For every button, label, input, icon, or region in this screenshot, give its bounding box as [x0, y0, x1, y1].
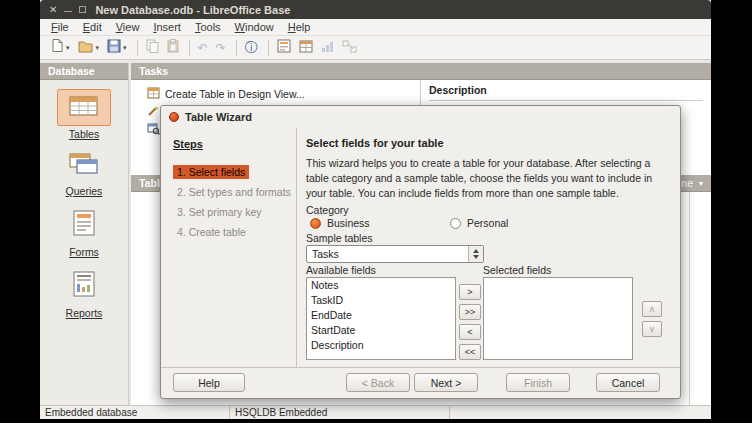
toolbar-separator	[268, 40, 269, 56]
sort-ascending-icon	[321, 39, 334, 57]
dialog-footer: Help < Back Next > Finish Cancel	[161, 367, 680, 398]
redo-button[interactable]: ↷	[213, 40, 229, 56]
sidebar-item-reports[interactable]: Reports	[60, 267, 108, 319]
sidebar-header: Database	[40, 63, 128, 80]
sort-ascending-button[interactable]	[318, 37, 337, 59]
sidebar-item-label: Queries	[66, 185, 103, 197]
page-title: Select fields for your table	[306, 137, 444, 149]
available-fields-list[interactable]: Notes TaskID EndDate StartDate Descripti…	[306, 277, 456, 360]
statusbar-database-type: Embedded database	[40, 406, 230, 419]
description-header: Description	[429, 84, 703, 101]
table-wizard-dialog: Table Wizard Steps 1. Select fields 2. S…	[160, 105, 681, 399]
tasks-header: Tasks	[131, 63, 711, 80]
paste-button[interactable]	[164, 37, 182, 59]
radio-business[interactable]: Business	[310, 217, 370, 229]
base-main-window: ✕ New Database.odb - LibreOffice Base Fi…	[40, 0, 711, 419]
new-document-icon	[50, 38, 64, 57]
minimize-icon[interactable]	[64, 8, 72, 12]
table-grid-button[interactable]	[296, 37, 316, 59]
list-item[interactable]: TaskID	[307, 293, 455, 308]
task-label: Create Table in Design View...	[165, 88, 305, 100]
open-folder-icon	[78, 39, 94, 57]
relationships-icon	[342, 39, 357, 57]
move-right-button[interactable]: >	[459, 284, 481, 300]
sample-tables-combobox[interactable]: Tasks	[306, 245, 484, 263]
paste-icon	[167, 39, 179, 57]
toolbar-separator	[137, 40, 138, 56]
sidebar-item-label: Reports	[66, 307, 103, 319]
database-sidebar: Database Tables Queries Forms	[40, 63, 129, 405]
save-button[interactable]: ▾	[104, 37, 130, 59]
radio-personal-label: Personal	[467, 217, 508, 229]
about-button[interactable]: ⓘ	[242, 39, 261, 56]
statusbar-database-type-label: Embedded database	[45, 407, 137, 418]
back-button[interactable]: < Back	[346, 373, 410, 392]
save-icon	[107, 39, 121, 57]
selected-fields-list[interactable]	[483, 277, 633, 360]
statusbar-spacer	[450, 406, 711, 419]
step-set-primary-key[interactable]: 3. Set primary key	[173, 205, 266, 219]
statusbar: Embedded database HSQLDB Embedded	[40, 405, 711, 419]
redo-icon: ↷	[216, 42, 226, 54]
menu-help[interactable]: Help	[281, 20, 318, 34]
radio-personal[interactable]: Personal	[450, 217, 508, 229]
sidebar-item-tables[interactable]: Tables	[57, 89, 111, 140]
open-button[interactable]: ▾	[75, 37, 103, 59]
move-left-button[interactable]: <	[459, 324, 481, 340]
step-set-types[interactable]: 2. Set types and formats	[173, 185, 295, 199]
forms-icon	[60, 206, 108, 244]
radio-business-label: Business	[327, 217, 370, 229]
titlebar: ✕ New Database.odb - LibreOffice Base	[40, 0, 711, 19]
move-all-left-button[interactable]: <<	[459, 344, 481, 360]
undo-button[interactable]: ↶	[195, 40, 211, 56]
move-down-button[interactable]: ∨	[642, 321, 662, 337]
menu-view[interactable]: View	[109, 20, 147, 34]
list-item[interactable]: EndDate	[307, 308, 455, 323]
dialog-titlebar[interactable]: Table Wizard	[161, 106, 680, 128]
sidebar-item-forms[interactable]: Forms	[60, 206, 108, 258]
close-icon[interactable]: ✕	[49, 5, 57, 15]
menu-insert[interactable]: Insert	[146, 20, 188, 34]
new-document-button[interactable]: ▾	[47, 36, 73, 59]
statusbar-engine-label: HSQLDB Embedded	[235, 407, 327, 418]
queries-icon	[57, 149, 111, 183]
step-select-fields[interactable]: 1. Select fields	[173, 165, 249, 179]
relationships-button[interactable]	[339, 37, 360, 59]
menu-tools[interactable]: Tools	[188, 20, 228, 34]
sidebar-item-label: Tables	[69, 128, 99, 140]
tables-icon	[57, 89, 111, 126]
help-button[interactable]: Help	[173, 373, 245, 392]
menubar: File Edit View Insert Tools Window Help	[40, 19, 711, 36]
sample-tables-label: Sample tables	[306, 232, 373, 244]
sidebar-item-queries[interactable]: Queries	[57, 149, 111, 197]
menu-file[interactable]: File	[44, 20, 76, 34]
next-button[interactable]: Next >	[414, 373, 478, 392]
task-create-table-design-view[interactable]: Create Table in Design View...	[145, 86, 420, 102]
cancel-button[interactable]: Cancel	[596, 373, 660, 392]
maximize-icon[interactable]	[79, 6, 86, 13]
menu-window[interactable]: Window	[228, 20, 281, 34]
chevron-down-icon: ▾	[66, 44, 70, 52]
step-create-table[interactable]: 4. Create table	[173, 225, 250, 239]
sidebar-item-label: Forms	[69, 246, 99, 258]
finish-button[interactable]: Finish	[506, 373, 570, 392]
toolbar-separator	[189, 40, 190, 56]
combobox-spinner-icon[interactable]	[468, 246, 483, 262]
move-up-button[interactable]: ∧	[642, 301, 662, 317]
steps-pane: Steps 1. Select fields 2. Set types and …	[161, 128, 297, 367]
menu-edit[interactable]: Edit	[76, 20, 109, 34]
category-label: Category	[306, 204, 349, 216]
move-all-right-button[interactable]: >>	[459, 304, 481, 320]
list-item[interactable]: Notes	[307, 278, 455, 293]
dialog-title: Table Wizard	[185, 111, 252, 123]
table-grid-icon	[299, 39, 313, 57]
radio-selected-icon	[310, 218, 321, 229]
form-icon	[277, 39, 291, 57]
wizard-wand-icon	[147, 105, 160, 119]
copy-button[interactable]	[143, 37, 162, 59]
list-item[interactable]: Description	[307, 338, 455, 353]
preview-divider	[689, 192, 690, 405]
sample-tables-value: Tasks	[312, 248, 339, 260]
list-item[interactable]: StartDate	[307, 323, 455, 338]
form-button[interactable]	[274, 37, 294, 59]
